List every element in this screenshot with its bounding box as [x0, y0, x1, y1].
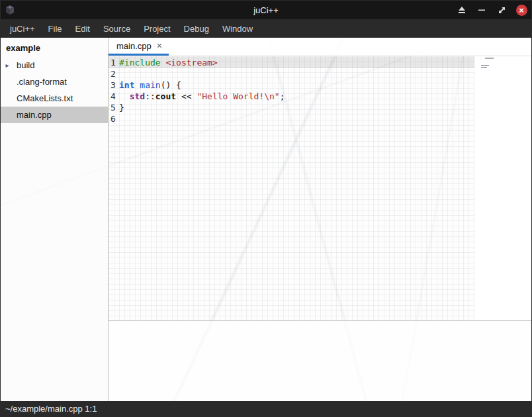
- sidebar-item-cmakelists-txt[interactable]: CMakeLists.txt: [1, 90, 108, 107]
- tab-main-cpp[interactable]: main.cpp×: [109, 38, 169, 56]
- status-bar: ~/example/main.cpp 1:1: [1, 401, 531, 416]
- code-text: [119, 68, 474, 79]
- code-line-5[interactable]: 5}: [109, 102, 474, 113]
- main-content: example ▸build.clang-formatCMakeLists.tx…: [1, 38, 531, 401]
- line-number: 4: [109, 91, 119, 102]
- code-text: }: [119, 102, 474, 113]
- line-number: 2: [109, 68, 119, 79]
- minimap-line-mark: [481, 65, 489, 66]
- tab-bar: main.cpp×: [109, 38, 531, 56]
- menu-item-window[interactable]: Window: [216, 21, 259, 36]
- file-name-label: main.cpp: [1, 110, 52, 120]
- app-window: juCi++ × juCi++FileEditSourc: [0, 0, 532, 417]
- file-name-label: CMakeLists.txt: [1, 93, 73, 103]
- code-line-2[interactable]: 2: [109, 68, 474, 79]
- tab-label: main.cpp: [116, 41, 152, 51]
- minimap-line-mark: [481, 67, 487, 68]
- menu-item-project[interactable]: Project: [137, 21, 177, 36]
- code-editor[interactable]: 1#include <iostream>23int main() {4 std:…: [109, 56, 474, 320]
- menu-item-file[interactable]: File: [42, 21, 69, 36]
- minimize-icon[interactable]: [472, 1, 492, 19]
- file-name-label: build: [13, 60, 34, 70]
- code-line-4[interactable]: 4 std::cout << "Hello World!\n";: [109, 91, 474, 102]
- file-tree: ▸build.clang-formatCMakeLists.txtmain.cp…: [1, 57, 108, 123]
- file-tree-sidebar: example ▸build.clang-formatCMakeLists.tx…: [1, 38, 109, 401]
- line-number: 6: [109, 113, 119, 124]
- editor: 1#include <iostream>23int main() {4 std:…: [109, 56, 531, 320]
- code-line-1[interactable]: 1#include <iostream>: [109, 57, 474, 68]
- keep-above-icon[interactable]: [452, 1, 472, 19]
- code-line-6[interactable]: 6: [109, 113, 474, 124]
- tab-close-icon[interactable]: ×: [157, 41, 162, 50]
- sidebar-item-build[interactable]: ▸build: [1, 57, 108, 73]
- line-number: 1: [109, 57, 119, 68]
- menu-item-source[interactable]: Source: [97, 21, 137, 36]
- minimap-line-mark: [485, 58, 494, 59]
- sidebar-item-clang-format[interactable]: .clang-format: [1, 73, 108, 90]
- window-controls: ×: [452, 1, 531, 19]
- menu-item-debug[interactable]: Debug: [177, 21, 216, 36]
- line-number: 5: [109, 102, 119, 113]
- line-number: 3: [109, 79, 119, 91]
- close-button[interactable]: ×: [511, 1, 531, 19]
- code-text: #include <iostream>: [119, 57, 474, 68]
- menu-bar: juCi++FileEditSourceProjectDebugWindow: [1, 19, 531, 38]
- menu-item-juci[interactable]: juCi++: [3, 21, 42, 36]
- terminal-panel[interactable]: [109, 320, 531, 401]
- restore-icon[interactable]: [492, 1, 511, 19]
- close-icon: ×: [516, 5, 527, 16]
- code-text: [119, 113, 474, 124]
- editor-column: main.cpp× 1#include <iostream>23int main…: [109, 38, 531, 401]
- app-logo-icon: [5, 5, 15, 15]
- code-text: std::cout << "Hello World!\n";: [119, 91, 474, 102]
- project-root-label[interactable]: example: [1, 40, 108, 57]
- expander-arrow-icon[interactable]: ▸: [2, 62, 13, 69]
- code-text: int main() {: [119, 79, 474, 91]
- source-minimap[interactable]: [474, 56, 531, 320]
- title-bar: juCi++ ×: [1, 1, 531, 19]
- menu-item-edit[interactable]: Edit: [69, 21, 97, 36]
- file-name-label: .clang-format: [1, 77, 67, 87]
- code-line-3[interactable]: 3int main() {: [109, 79, 474, 91]
- status-file-position: ~/example/main.cpp 1:1: [5, 404, 97, 414]
- sidebar-item-main-cpp[interactable]: main.cpp: [1, 107, 108, 123]
